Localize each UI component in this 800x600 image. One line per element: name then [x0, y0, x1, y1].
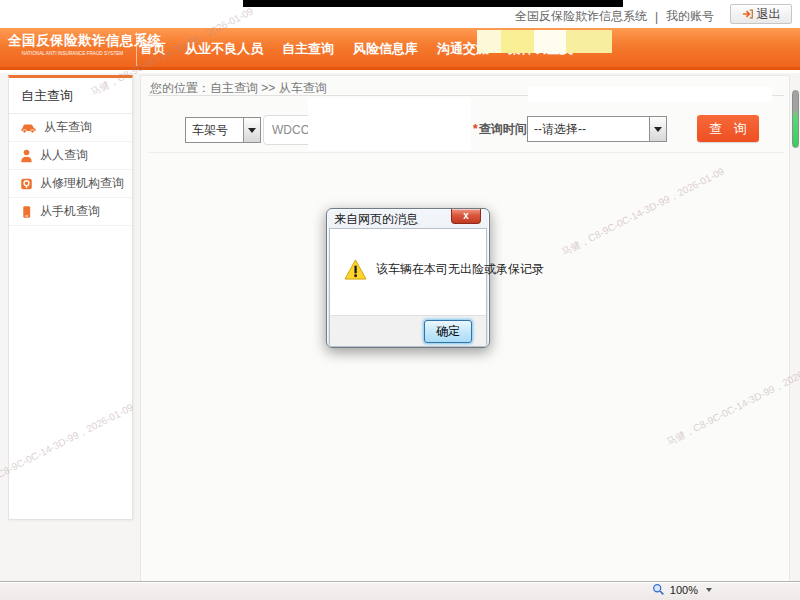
car-icon: [20, 122, 37, 134]
nav-item-home[interactable]: 首页: [140, 40, 166, 58]
redaction-box-white-form: [308, 98, 471, 151]
warning-icon: [344, 259, 367, 280]
sidebar-item-label: 从修理机构查询: [40, 175, 124, 192]
dialog-close-button[interactable]: x: [451, 209, 481, 224]
sidebar-item-label: 从车查询: [44, 119, 92, 136]
sidebar-item-repair-org-query[interactable]: 从修理机构查询: [9, 170, 132, 198]
form-divider: [148, 152, 784, 153]
nav-item-bad-practitioners[interactable]: 从业不良人员: [185, 40, 263, 58]
sidebar: 自主查询 从车查询 从人查询: [8, 75, 133, 520]
system-name-text: 全国反保险欺诈信息系统: [515, 8, 647, 25]
mobile-icon: [20, 205, 33, 219]
redaction-box-black: [243, 0, 623, 7]
dialog-ok-button[interactable]: 确定: [424, 320, 472, 343]
person-icon: [20, 149, 33, 163]
zoom-dropdown-caret-icon[interactable]: [706, 588, 712, 592]
top-strip: 全国反保险欺诈信息系统 | 我的账号 退出: [0, 0, 800, 28]
message-dialog: 来自网页的消息 x 该车辆在本司无出险或承保记录 确定: [326, 208, 490, 348]
query-type-select-value: 车架号: [186, 118, 243, 142]
my-account-link[interactable]: 我的账号: [666, 8, 714, 25]
nav-item-self-query[interactable]: 自主查询: [282, 40, 334, 58]
chevron-down-icon: [649, 117, 666, 141]
scrollbar-thumb[interactable]: [792, 90, 799, 148]
sidebar-item-label: 从人查询: [40, 147, 88, 164]
sidebar-item-mobile-query[interactable]: 从手机查询: [9, 198, 132, 226]
zoom-level-text: 100%: [670, 584, 698, 596]
logout-label: 退出: [757, 6, 781, 23]
sidebar-item-vehicle-query[interactable]: 从车查询: [9, 114, 132, 142]
sidebar-item-person-query[interactable]: 从人查询: [9, 142, 132, 170]
required-asterisk: *: [473, 122, 478, 136]
dialog-body: 该车辆在本司无出险或承保记录: [329, 228, 487, 315]
dialog-footer: 确定: [329, 315, 487, 347]
logout-arrow-icon: [742, 8, 754, 20]
redaction-box-white-top: [528, 87, 772, 102]
logo-subtitle: NATIONAL ANTI INSURANCE FRAUD SYSTEM: [22, 51, 120, 56]
magnifier-icon: [652, 583, 665, 596]
logo-separator: [136, 32, 137, 66]
query-type-select[interactable]: 车架号: [185, 117, 261, 143]
logout-button[interactable]: 退出: [730, 4, 792, 24]
query-time-select-value: --请选择--: [528, 117, 649, 141]
zoom-control[interactable]: 100%: [652, 583, 712, 596]
query-submit-button[interactable]: 查 询: [697, 115, 759, 142]
top-divider: |: [655, 10, 658, 24]
chevron-down-icon: [243, 118, 260, 142]
sidebar-title: 自主查询: [9, 78, 132, 114]
browser-window: 全国反保险欺诈信息系统 | 我的账号 退出 全国反保险欺诈信息系统 NATION…: [0, 0, 800, 600]
app-logo: 全国反保险欺诈信息系统 NATIONAL ANTI INSURANCE FRAU…: [8, 32, 134, 56]
redaction-box-yellow: [477, 30, 612, 53]
dialog-message-text: 该车辆在本司无出险或承保记录: [376, 261, 544, 278]
sidebar-item-label: 从手机查询: [40, 203, 100, 220]
logo-title: 全国反保险欺诈信息系统: [8, 32, 134, 50]
query-time-select[interactable]: --请选择--: [527, 116, 667, 142]
dialog-message-row: 该车辆在本司无出险或承保记录: [344, 259, 544, 280]
top-right-info: 全国反保险欺诈信息系统 | 我的账号: [515, 8, 714, 25]
repair-org-icon: [20, 177, 33, 191]
nav-item-risk-library[interactable]: 风险信息库: [353, 40, 418, 58]
